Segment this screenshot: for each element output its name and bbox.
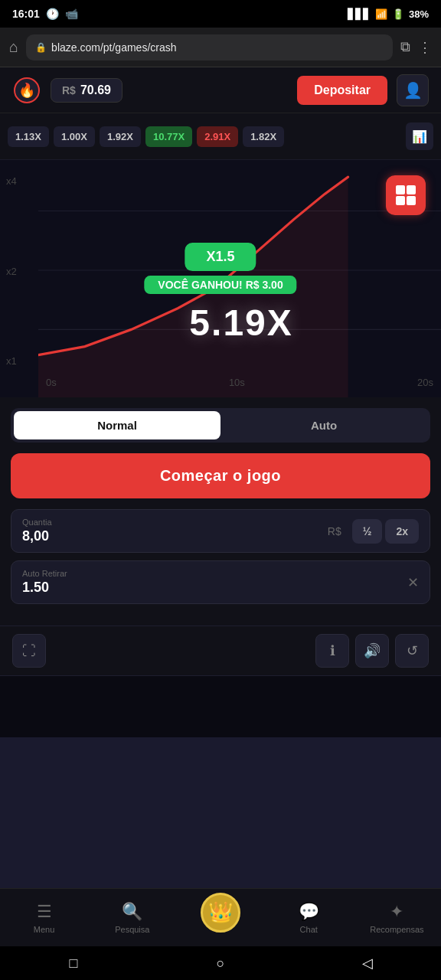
win-amount: VOCÊ GANHOU! R$ 3.00: [144, 276, 296, 294]
x-label-10s: 10s: [229, 377, 245, 388]
nav-rewards-label: Recompensas: [370, 925, 423, 934]
sound-button[interactable]: 🔊: [355, 634, 389, 668]
bar-chart-icon: 📊: [412, 129, 427, 144]
y-label-x4: x4: [0, 175, 38, 187]
svg-rect-8: [396, 196, 405, 205]
amount-label: Quantia: [22, 518, 52, 527]
y-axis: x4 x2 x1: [0, 160, 38, 397]
tabs-icon[interactable]: ⧉: [400, 39, 410, 55]
svg-rect-7: [407, 185, 416, 194]
history-item: 1.92X: [100, 126, 141, 147]
url-text: blaze.com/pt/games/crash: [51, 41, 176, 54]
currency-indicator: R$: [328, 525, 341, 537]
x-label-0s: 0s: [46, 377, 57, 388]
signal-icon: ▋▋▋: [348, 8, 371, 20]
nav-home[interactable]: 👑: [176, 889, 264, 946]
wifi-icon: 📶: [375, 8, 387, 20]
browser-bar: ⌂ 🔒 blaze.com/pt/games/crash ⧉ ⋮: [0, 28, 441, 67]
history-item-highlight: 10.77X: [145, 126, 192, 147]
android-back-button[interactable]: ◁: [352, 948, 383, 978]
battery-level: 38%: [409, 8, 429, 20]
rewards-icon: ✦: [390, 902, 403, 922]
info-button[interactable]: ℹ: [315, 634, 349, 668]
info-icon: ℹ: [330, 642, 335, 659]
home-icon[interactable]: ⌂: [9, 38, 18, 56]
chart-stats-button[interactable]: 📊: [406, 122, 433, 150]
tab-auto[interactable]: Auto: [220, 411, 427, 439]
lock-icon: 🔒: [35, 42, 47, 53]
sound-icon: 🔊: [364, 642, 381, 659]
nav-menu-label: Menu: [34, 925, 55, 934]
nav-menu[interactable]: ☰ Menu: [0, 889, 88, 946]
tool-button-group: ℹ 🔊 ↺: [315, 634, 429, 668]
camera-icon: 📹: [65, 8, 78, 20]
android-home-button[interactable]: ○: [205, 948, 236, 978]
menu-dots-icon[interactable]: ⋮: [418, 39, 432, 56]
chat-icon: 💬: [299, 902, 319, 922]
url-bar[interactable]: 🔒 blaze.com/pt/games/crash: [26, 34, 393, 60]
bottom-toolbar: ⛶ ℹ 🔊 ↺: [0, 626, 441, 676]
svg-rect-9: [407, 196, 416, 205]
auto-value[interactable]: 1.50: [22, 580, 49, 595]
y-label-x2: x2: [0, 266, 38, 277]
current-multiplier-display: 5.19X: [189, 302, 292, 344]
status-bar: 16:01 🕐 📹 ▋▋▋ 📶 🔋 38%: [0, 0, 441, 28]
home-circle-icon: ○: [217, 956, 225, 972]
history-item: 1.13X: [8, 126, 49, 147]
balance-amount: 70.69: [80, 83, 111, 97]
nav-search-label: Pesquisa: [115, 925, 149, 934]
y-label-x1: x1: [0, 355, 38, 367]
crown-icon: 👑: [201, 893, 240, 933]
nav-chat-label: Chat: [300, 925, 318, 934]
amount-value[interactable]: 8,00: [22, 528, 49, 544]
history-button[interactable]: ↺: [395, 634, 429, 668]
user-icon: 👤: [403, 81, 423, 100]
balance-display: R$ 70.69: [51, 78, 122, 103]
auto-label: Auto Retirar: [22, 569, 67, 578]
back-icon: ◁: [362, 955, 373, 972]
half-amount-button[interactable]: ½: [352, 519, 383, 544]
history-item-red: 2.91X: [197, 126, 238, 147]
x-label-20s: 20s: [417, 377, 433, 388]
x-axis: 0s 10s 20s: [38, 377, 441, 388]
recents-icon: □: [70, 956, 78, 972]
nav-search[interactable]: 🔍 Pesquisa: [88, 889, 176, 946]
history-icon: ↺: [407, 642, 418, 659]
game-canvas: x4 x2 x1 0s 10s 20s X1.5 VOCÊ GANHOU! R$…: [0, 160, 441, 397]
double-amount-button[interactable]: 2x: [385, 519, 419, 544]
dark-area: [0, 676, 441, 737]
tab-normal[interactable]: Normal: [14, 411, 220, 439]
alarm-icon: 🕐: [46, 8, 59, 20]
expand-icon: ⛶: [22, 643, 36, 659]
history-item: 1.00X: [54, 126, 95, 147]
app-header: 🔥 R$ 70.69 Depositar 👤: [0, 67, 441, 113]
android-nav-bar: □ ○ ◁: [0, 946, 441, 980]
menu-icon: ☰: [37, 902, 52, 922]
expand-button[interactable]: ⛶: [12, 634, 46, 668]
mode-tab-switcher: Normal Auto: [11, 408, 430, 443]
auto-cashout-row: Auto Retirar 1.50 ✕: [11, 560, 430, 604]
history-bar: 1.13X 1.00X 1.92X 10.77X 2.91X 1.82X 📊: [0, 113, 441, 160]
nav-rewards[interactable]: ✦ Recompensas: [353, 889, 441, 946]
history-item: 1.82X: [243, 126, 284, 147]
currency-label: R$: [62, 84, 76, 96]
android-recents-button[interactable]: □: [58, 948, 89, 978]
deposit-button[interactable]: Depositar: [297, 76, 387, 105]
mascot-icon: [386, 175, 426, 215]
amount-input-row: Quantia 8,00 R$ ½ 2x: [11, 509, 430, 553]
auto-close-button[interactable]: ✕: [407, 574, 419, 591]
profile-button[interactable]: 👤: [397, 74, 429, 106]
blaze-logo: 🔥: [12, 76, 41, 105]
svg-text:🔥: 🔥: [18, 82, 36, 99]
bottom-nav: ☰ Menu 🔍 Pesquisa 👑 💬 Chat ✦ Recompensas: [0, 888, 441, 946]
svg-rect-6: [396, 185, 405, 194]
search-icon: 🔍: [122, 902, 142, 922]
battery-icon: 🔋: [392, 8, 404, 20]
start-game-button[interactable]: Começar o jogo: [11, 453, 430, 498]
win-multiplier: X1.5: [185, 243, 256, 271]
time-display: 16:01: [12, 8, 40, 20]
win-popup: X1.5 VOCÊ GANHOU! R$ 3.00: [144, 243, 296, 294]
nav-chat[interactable]: 💬 Chat: [265, 889, 353, 946]
controls-section: Normal Auto Começar o jogo Quantia 8,00 …: [0, 397, 441, 626]
